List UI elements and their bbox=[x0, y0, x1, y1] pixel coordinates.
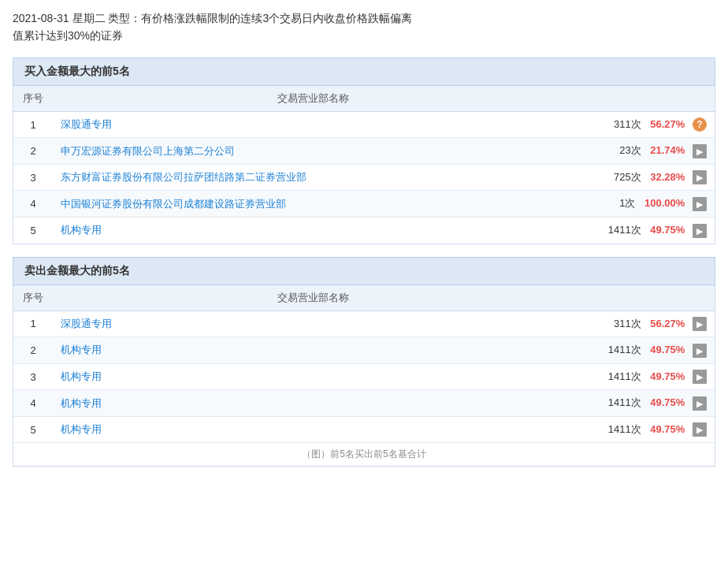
row-stats: 1411次 49.75% ▶ bbox=[573, 363, 715, 390]
sell-section: 卖出金额最大的前5名 东方财富网 eastmoney.com 序号 交易营业部名… bbox=[13, 257, 715, 467]
row-stats: 1411次 49.75% ▶ bbox=[573, 416, 715, 442]
sell-col-stats bbox=[573, 285, 715, 311]
arrow-btn[interactable]: ▶ bbox=[693, 396, 707, 411]
arrow-btn[interactable]: ▶ bbox=[693, 317, 707, 331]
row-stats: 23次 21.74% ▶ bbox=[573, 138, 715, 165]
row-stats: 1411次 49.75% ▶ bbox=[573, 337, 715, 364]
row-stats: 1次 100.00% ▶ bbox=[573, 191, 715, 218]
sell-table-row: 1 深股通专用 311次 56.27% ▶ bbox=[13, 311, 715, 337]
sell-table-row: 4 机构专用 1411次 49.75% ▶ bbox=[13, 390, 715, 417]
row-index: 3 bbox=[13, 164, 53, 191]
stat-pct: 100.00% bbox=[644, 197, 685, 209]
sell-table-wrap: 东方财富网 eastmoney.com 序号 交易营业部名称 1 深股通专用 3… bbox=[13, 285, 715, 467]
buy-table-row: 4 中国银河证券股份有限公司成都建设路证券营业部 1次 100.00% ▶ bbox=[13, 191, 715, 218]
buy-table-header-row: 序号 交易营业部名称 bbox=[13, 86, 715, 112]
stat-pct: 32.28% bbox=[650, 171, 685, 183]
arrow-btn[interactable]: ▶ bbox=[693, 144, 707, 158]
row-index: 5 bbox=[13, 218, 53, 244]
stat-pct: 49.75% bbox=[650, 396, 685, 408]
sell-table-row: 5 机构专用 1411次 49.75% ▶ bbox=[13, 416, 715, 442]
buy-table-wrap: 东方财富网 eastmoney.com 序号 交易营业部名称 1 深股通专用 3… bbox=[13, 86, 715, 244]
stat-count: 1411次 bbox=[608, 423, 641, 435]
row-name[interactable]: 深股通专用 bbox=[53, 111, 573, 138]
sell-col-name: 交易营业部名称 bbox=[53, 285, 573, 311]
page-title: 2021-08-31 星期二 类型：有价格涨跌幅限制的连续3个交易日内收盘价格跌… bbox=[13, 9, 715, 45]
row-name[interactable]: 东方财富证券股份有限公司拉萨团结路第二证券营业部 bbox=[53, 164, 573, 191]
question-btn[interactable]: ? bbox=[693, 117, 707, 132]
sell-table-row: 3 机构专用 1411次 49.75% ▶ bbox=[13, 363, 715, 390]
row-index: 3 bbox=[13, 363, 53, 390]
stat-count: 311次 bbox=[614, 318, 641, 329]
row-name[interactable]: 深股通专用 bbox=[53, 311, 573, 337]
row-index: 4 bbox=[13, 191, 53, 218]
row-name[interactable]: 中国银河证券股份有限公司成都建设路证券营业部 bbox=[53, 191, 573, 218]
stat-pct: 49.75% bbox=[650, 423, 685, 435]
buy-section: 买入金额最大的前5名 东方财富网 eastmoney.com 序号 交易营业部名… bbox=[13, 58, 715, 244]
buy-table-row: 2 申万宏源证券有限公司上海第二分公司 23次 21.74% ▶ bbox=[13, 138, 715, 165]
stat-count: 1411次 bbox=[608, 370, 641, 382]
buy-col-name: 交易营业部名称 bbox=[53, 86, 573, 112]
stat-pct: 49.75% bbox=[650, 344, 685, 355]
stat-count: 1411次 bbox=[608, 344, 641, 355]
stat-pct: 49.75% bbox=[650, 224, 685, 236]
stat-count: 725次 bbox=[614, 171, 641, 183]
footer-note: （图）前5名买出前5名基合计 bbox=[13, 442, 715, 466]
buy-table: 序号 交易营业部名称 1 深股通专用 311次 56.27% ? 2 申万宏源证… bbox=[13, 86, 715, 244]
buy-section-header: 买入金额最大的前5名 bbox=[13, 58, 715, 86]
row-name[interactable]: 机构专用 bbox=[53, 390, 573, 417]
row-index: 5 bbox=[13, 416, 53, 442]
row-stats: 1411次 49.75% ▶ bbox=[573, 390, 715, 417]
row-name[interactable]: 申万宏源证券有限公司上海第二分公司 bbox=[53, 138, 573, 165]
row-index: 2 bbox=[13, 337, 53, 364]
arrow-btn[interactable]: ▶ bbox=[693, 422, 707, 437]
stat-pct: 56.27% bbox=[650, 118, 685, 130]
row-index: 1 bbox=[13, 111, 53, 138]
sell-table-row: 2 机构专用 1411次 49.75% ▶ bbox=[13, 337, 715, 364]
row-stats: 311次 56.27% ? bbox=[573, 111, 715, 138]
sell-section-header: 卖出金额最大的前5名 bbox=[13, 257, 715, 285]
sell-table-header-row: 序号 交易营业部名称 bbox=[13, 285, 715, 311]
stat-count: 311次 bbox=[614, 118, 641, 130]
arrow-btn[interactable]: ▶ bbox=[693, 170, 707, 184]
buy-col-stats bbox=[573, 86, 715, 112]
row-stats: 1411次 49.75% ▶ bbox=[573, 218, 715, 244]
row-index: 1 bbox=[13, 311, 53, 337]
sell-col-index: 序号 bbox=[13, 285, 53, 311]
arrow-btn[interactable]: ▶ bbox=[693, 224, 707, 238]
buy-table-row: 3 东方财富证券股份有限公司拉萨团结路第二证券营业部 725次 32.28% ▶ bbox=[13, 164, 715, 191]
row-name[interactable]: 机构专用 bbox=[53, 363, 573, 390]
row-index: 4 bbox=[13, 390, 53, 417]
stat-count: 23次 bbox=[619, 144, 641, 156]
row-name[interactable]: 机构专用 bbox=[53, 337, 573, 364]
row-index: 2 bbox=[13, 138, 53, 165]
stat-count: 1411次 bbox=[608, 396, 641, 408]
row-stats: 311次 56.27% ▶ bbox=[573, 311, 715, 337]
row-stats: 725次 32.28% ▶ bbox=[573, 164, 715, 191]
row-name[interactable]: 机构专用 bbox=[53, 416, 573, 442]
stat-count: 1411次 bbox=[608, 224, 641, 236]
arrow-btn[interactable]: ▶ bbox=[693, 370, 707, 384]
stat-pct: 49.75% bbox=[650, 370, 685, 382]
sell-table: 序号 交易营业部名称 1 深股通专用 311次 56.27% ▶ 2 机构专用 … bbox=[13, 285, 715, 443]
arrow-btn[interactable]: ▶ bbox=[693, 344, 707, 358]
buy-table-row: 1 深股通专用 311次 56.27% ? bbox=[13, 111, 715, 138]
arrow-btn[interactable]: ▶ bbox=[693, 197, 707, 211]
stat-pct: 56.27% bbox=[650, 318, 685, 329]
buy-table-row: 5 机构专用 1411次 49.75% ▶ bbox=[13, 218, 715, 244]
buy-col-index: 序号 bbox=[13, 86, 53, 112]
stat-pct: 21.74% bbox=[650, 144, 685, 156]
row-name[interactable]: 机构专用 bbox=[53, 218, 573, 244]
stat-count: 1次 bbox=[619, 197, 635, 209]
